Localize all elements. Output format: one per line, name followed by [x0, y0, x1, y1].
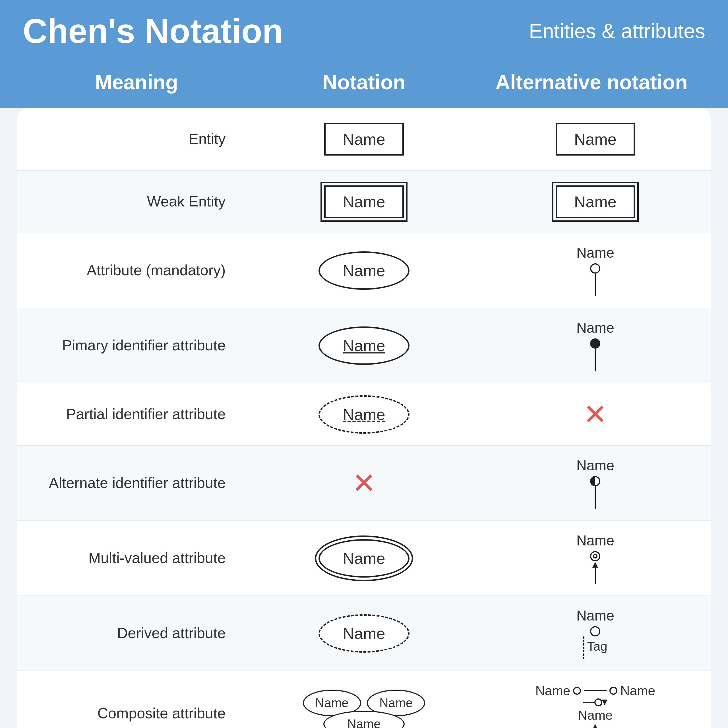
alt-notation-cell: ✕: [480, 389, 711, 440]
notation-cell: Name: [248, 112, 479, 167]
col-notation: Notation: [250, 70, 478, 94]
line-down: [595, 486, 596, 509]
alt-notation-cell: Name: [480, 446, 711, 520]
table-row: Attribute (mandatory) Name Name: [17, 233, 711, 308]
alt-notation-cell: Name: [480, 112, 711, 167]
line-dashed: Tag: [583, 636, 607, 659]
multi-node-label: Name: [577, 532, 614, 549]
table-row: Composite attribute Name Name Name: [17, 671, 711, 728]
notation-cell: Name: [248, 240, 479, 301]
alt-notation-cell: Name: [480, 308, 711, 383]
table-row: Alternate identifier attribute ✕ Name: [17, 446, 711, 521]
meaning-cell: Pimary identifier attribute: [17, 324, 248, 367]
alt-notation-cell: Name: [480, 521, 711, 595]
line-down: [595, 349, 596, 372]
alt-notation-cell: Name Name Name: [480, 672, 711, 728]
notation-cell: Name: [248, 384, 479, 445]
derived-ellipse: Name: [318, 614, 409, 653]
weak-entity-rect: Name: [324, 185, 404, 218]
multi-node: Name: [577, 532, 614, 584]
primary-ellipse: Name: [318, 326, 409, 365]
derived-tag: Tag: [587, 639, 607, 653]
table-row: Derived attribute Name Name Tag: [17, 596, 711, 671]
attr-node-label: Name: [577, 245, 614, 261]
notation-cell: Name: [248, 315, 479, 376]
meaning-cell: Attribute (mandatory): [17, 249, 248, 292]
meaning-cell: Derived attribute: [17, 612, 248, 655]
open-circle-icon: [590, 551, 600, 561]
meaning-cell: Composite attribute: [17, 693, 248, 728]
page-subtitle: Entities & attributes: [529, 19, 705, 43]
half-circle-icon: [590, 476, 600, 486]
meaning-cell: Entity: [17, 118, 248, 160]
filled-circle-icon: [590, 338, 600, 349]
column-headers: Meaning Notation Alternative notation: [0, 62, 728, 108]
meaning-cell: Multi-valued attribute: [17, 537, 248, 579]
x-mark-icon: ✕: [583, 400, 607, 428]
alt-notation-cell: Name Tag: [480, 596, 711, 671]
meaning-cell: Alternate identifier attribute: [17, 462, 248, 504]
header: Chen's Notation Entities & attributes: [0, 0, 728, 62]
meaning-cell: Partial identifier attribute: [17, 393, 248, 435]
partial-ellipse: Name: [318, 395, 409, 434]
table-row: Weak Entity Name Name: [17, 171, 711, 233]
primary-node: Name: [577, 320, 614, 372]
col-meaning: Meaning: [23, 70, 250, 94]
notation-cell: Name: [248, 528, 479, 589]
alt-notation-cell: Name: [480, 174, 711, 229]
alt-identifier-node: Name: [577, 457, 614, 509]
arrow-up-icon: [592, 562, 598, 584]
col-alternative: Alternative notation: [478, 70, 705, 94]
table-row: Partial identifier attribute Name ✕: [17, 383, 711, 446]
entity-alt-rect: Name: [556, 123, 635, 156]
multi-ellipse: Name: [318, 539, 409, 578]
derived-node-label: Name: [577, 607, 614, 624]
x-mark-icon: ✕: [352, 469, 376, 497]
open-circle-icon: [590, 626, 600, 636]
notation-cell: Name: [248, 174, 479, 229]
line-down: [595, 274, 596, 296]
table-row: Pimary identifier attribute Name Name: [17, 308, 711, 383]
composite-notation: Name Name Name: [303, 690, 425, 728]
table-area: Entity Name Name Weak Entity Name Name: [17, 108, 711, 728]
composite-alt-tree: Name Name Name: [535, 683, 655, 728]
derived-node: Name Tag: [577, 607, 614, 659]
attr-node: Name: [577, 245, 614, 296]
weak-entity-alt-rect: Name: [556, 185, 635, 218]
alt-identifier-label: Name: [577, 457, 614, 474]
page-title: Chen's Notation: [23, 11, 283, 50]
meaning-cell: Weak Entity: [17, 180, 248, 223]
primary-node-label: Name: [577, 320, 614, 336]
entity-rect: Name: [324, 123, 404, 156]
notation-cell: Name: [248, 603, 479, 664]
notation-cell: ✕: [248, 457, 479, 509]
open-circle-icon: [590, 263, 600, 274]
table-row: Multi-valued attribute Name Name: [17, 521, 711, 596]
notation-cell: Name Name Name: [248, 678, 479, 728]
attribute-ellipse: Name: [318, 251, 409, 290]
alt-notation-cell: Name: [480, 233, 711, 308]
table-row: Entity Name Name: [17, 108, 711, 171]
